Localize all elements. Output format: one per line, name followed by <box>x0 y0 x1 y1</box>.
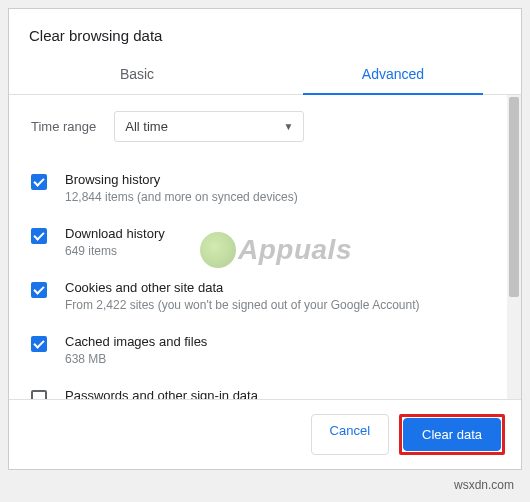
dialog-title: Clear browsing data <box>9 9 521 56</box>
time-range-select[interactable]: All time ▼ <box>114 111 304 142</box>
scroll-area: Time range All time ▼ Browsing history 1… <box>9 95 521 399</box>
scroll-content: Time range All time ▼ Browsing history 1… <box>9 95 521 399</box>
item-text: Cookies and other site data From 2,422 s… <box>65 280 420 312</box>
tab-bar: Basic Advanced <box>9 56 521 95</box>
cancel-button[interactable]: Cancel <box>311 414 389 455</box>
item-cookies: Cookies and other site data From 2,422 s… <box>31 270 499 324</box>
item-secondary: 638 MB <box>65 352 207 366</box>
item-primary: Browsing history <box>65 172 298 187</box>
tab-basic[interactable]: Basic <box>9 56 265 94</box>
tab-advanced[interactable]: Advanced <box>265 56 521 94</box>
item-secondary: 12,844 items (and more on synced devices… <box>65 190 298 204</box>
checkbox-browsing-history[interactable] <box>31 174 47 190</box>
time-range-row: Time range All time ▼ <box>31 111 499 142</box>
item-text: Passwords and other sign-in data 179 pas… <box>65 388 258 399</box>
dialog-footer: Cancel Clear data <box>9 399 521 469</box>
item-browsing-history: Browsing history 12,844 items (and more … <box>31 162 499 216</box>
item-primary: Passwords and other sign-in data <box>65 388 258 399</box>
item-secondary: 649 items <box>65 244 165 258</box>
checkbox-download-history[interactable] <box>31 228 47 244</box>
clear-browsing-data-dialog: Clear browsing data Basic Advanced Time … <box>8 8 522 470</box>
checkbox-cookies[interactable] <box>31 282 47 298</box>
item-passwords: Passwords and other sign-in data 179 pas… <box>31 378 499 399</box>
highlight-annotation: Clear data <box>399 414 505 455</box>
clear-data-button[interactable]: Clear data <box>403 418 501 451</box>
vertical-scrollbar[interactable] <box>507 95 521 399</box>
checkbox-passwords[interactable] <box>31 390 47 399</box>
caret-down-icon: ▼ <box>283 121 293 132</box>
item-text: Download history 649 items <box>65 226 165 258</box>
item-secondary: From 2,422 sites (you won't be signed ou… <box>65 298 420 312</box>
item-text: Cached images and files 638 MB <box>65 334 207 366</box>
source-attribution: wsxdn.com <box>454 478 514 492</box>
item-download-history: Download history 649 items <box>31 216 499 270</box>
time-range-label: Time range <box>31 119 96 134</box>
item-primary: Cached images and files <box>65 334 207 349</box>
item-primary: Download history <box>65 226 165 241</box>
item-primary: Cookies and other site data <box>65 280 420 295</box>
time-range-value: All time <box>125 119 168 134</box>
checkbox-cached[interactable] <box>31 336 47 352</box>
item-text: Browsing history 12,844 items (and more … <box>65 172 298 204</box>
item-cached: Cached images and files 638 MB <box>31 324 499 378</box>
scrollbar-thumb[interactable] <box>509 97 519 297</box>
